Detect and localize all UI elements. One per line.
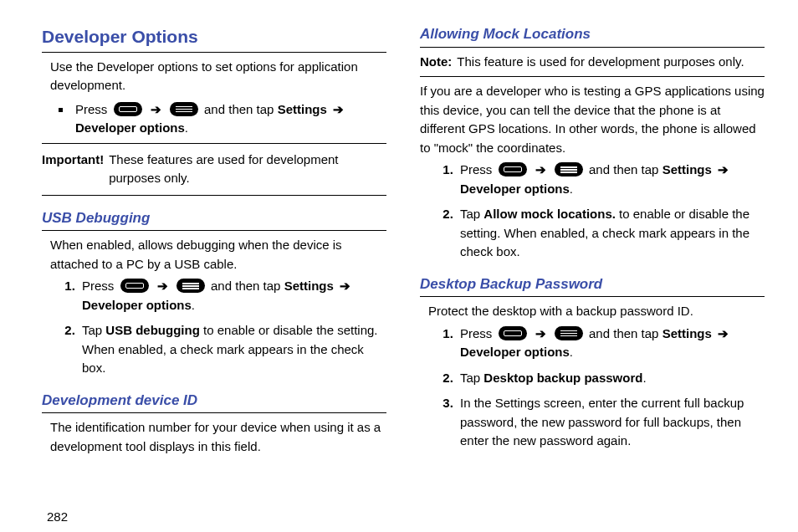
subsection-title: Allowing Mock Locations [420, 23, 765, 45]
home-key-icon [499, 162, 527, 176]
tap-label: Tap [460, 207, 480, 221]
settings-label: Settings [284, 279, 334, 293]
important-label: Important! [42, 151, 104, 188]
menu-key-icon [555, 326, 583, 340]
subsection-title: USB Debugging [42, 207, 386, 229]
section-title: Developer Options [42, 23, 386, 50]
left-column: Developer Options Use the Developer opti… [42, 23, 386, 501]
press-label: Press [460, 326, 492, 340]
backup-intro: Protect the desktop with a backup passwo… [428, 302, 765, 321]
step-item: Tap Desktop backup password. [457, 369, 765, 388]
bullet-list: Press ➔ and then tap Settings ➔ Develope… [72, 100, 386, 138]
backup-steps: Press ➔ and then tap Settings ➔ Develope… [438, 325, 765, 451]
section-rule [42, 52, 386, 53]
subsection-title: Development device ID [42, 390, 386, 412]
devopts-label: Developer options [460, 345, 570, 359]
arrow-icon: ➔ [533, 162, 549, 176]
subsection-title: Desktop Backup Password [420, 274, 765, 295]
settings-label: Settings [662, 326, 712, 340]
important-note: Important! These features are used for d… [42, 151, 386, 188]
step-item: In the Settings screen, enter the curren… [457, 394, 765, 451]
menu-key-icon [170, 102, 198, 116]
mock-steps: Press ➔ and then tap Settings ➔ Develope… [438, 161, 765, 262]
bullet-item: Press ➔ and then tap Settings ➔ Develope… [72, 100, 386, 138]
columns: Developer Options Use the Developer opti… [42, 23, 765, 501]
devid-intro: The identification number for your devic… [50, 418, 386, 456]
tap-label: Tap [82, 323, 102, 337]
arrow-icon: ➔ [533, 326, 549, 340]
tail-text: and then tap [589, 326, 658, 340]
subsection-rule [420, 296, 765, 297]
arrow-icon: ➔ [337, 279, 353, 293]
devopts-label: Developer options [75, 120, 185, 135]
right-column: Allowing Mock Locations Note: This featu… [420, 23, 765, 501]
tail-text: and then tap [589, 162, 658, 176]
arrow-icon: ➔ [715, 162, 731, 176]
step-item: Tap Allow mock locations. to enable or d… [457, 205, 765, 262]
arrow-icon: ➔ [148, 102, 164, 116]
step-item: Press ➔ and then tap Settings ➔ Develope… [79, 277, 386, 315]
step3-text: In the Settings screen, enter the curren… [460, 396, 744, 448]
home-key-icon [499, 326, 527, 340]
settings-label: Settings [662, 162, 712, 176]
arrow-icon: ➔ [155, 279, 171, 293]
settings-label: Settings [278, 102, 327, 116]
press-label: Press [460, 162, 492, 176]
arrow-icon: ➔ [715, 326, 731, 340]
important-text: These features are used for development … [109, 151, 386, 188]
subsection-rule [420, 47, 765, 48]
arrow-icon: ➔ [330, 102, 346, 116]
step-item: Tap USB debugging to enable or disable t… [79, 321, 386, 378]
step-item: Press ➔ and then tap Settings ➔ Develope… [457, 161, 765, 198]
divider [42, 195, 386, 196]
menu-key-icon [176, 279, 205, 293]
tail-text: and then tap [211, 279, 280, 293]
note-text: This feature is used for development pur… [457, 53, 744, 72]
devopts-label: Developer options [82, 298, 192, 312]
press-label: Press [82, 279, 114, 293]
manual-page: Developer Options Use the Developer opti… [0, 0, 798, 532]
step-item: Press ➔ and then tap Settings ➔ Develope… [457, 325, 765, 362]
home-key-icon [114, 102, 142, 116]
home-key-icon [120, 279, 149, 293]
note-label: Note: [420, 53, 452, 72]
intro-text: Use the Developer options to set options… [50, 58, 386, 95]
mock-paragraph: If you are a developer who is testing a … [420, 82, 765, 157]
desktop-backup-label: Desktop backup password [483, 371, 642, 385]
subsection-rule [42, 412, 386, 413]
divider [42, 143, 386, 144]
note-row: Note: This feature is used for developme… [420, 53, 765, 72]
usb-intro: When enabled, allows debugging when the … [50, 236, 386, 274]
usb-steps: Press ➔ and then tap Settings ➔ Develope… [60, 277, 386, 378]
press-label: Press [75, 102, 107, 116]
devopts-label: Developer options [460, 182, 570, 196]
tail-text: and then tap [204, 102, 274, 116]
page-number: 282 [47, 509, 765, 524]
allow-mock-label: Allow mock locations. [483, 207, 616, 221]
tap-label: Tap [460, 371, 480, 385]
usb-debugging-label: USB debugging [105, 323, 200, 337]
divider [420, 76, 765, 77]
subsection-rule [42, 230, 386, 231]
menu-key-icon [555, 162, 583, 176]
